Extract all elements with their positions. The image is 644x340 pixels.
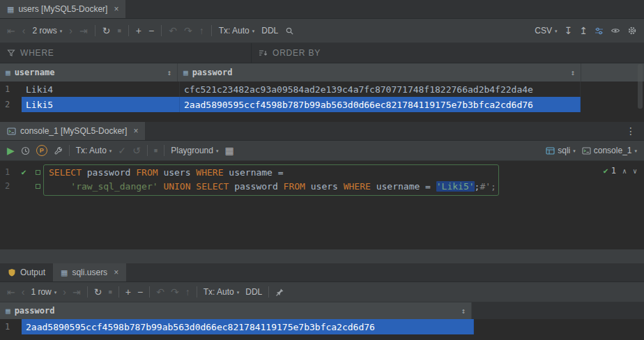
page-size-dropdown[interactable]: 1 row ▾ xyxy=(31,287,56,297)
extractor-dropdown[interactable]: CSV ▾ xyxy=(535,26,557,36)
where-filter-field[interactable]: WHERE xyxy=(0,48,251,58)
last-page-button[interactable]: ⇥ xyxy=(79,26,88,36)
tab-output[interactable]: Output xyxy=(0,263,53,281)
redo-button[interactable]: ↷ xyxy=(171,287,179,297)
revert-changes-button[interactable]: ↶ xyxy=(156,287,164,297)
table-row-selected[interactable]: 2 Liki5 2aad5890595ccf4598b787b99ab563d0… xyxy=(0,97,644,112)
toolbar-separator xyxy=(147,145,148,156)
cell-username[interactable]: Liki5 xyxy=(22,97,180,112)
next-page-button[interactable]: › xyxy=(63,287,66,297)
schema-dropdown[interactable]: sqli ▾ xyxy=(546,146,576,155)
last-page-button[interactable]: ⇥ xyxy=(72,287,81,297)
column-header-password[interactable]: ▦ password ↕ xyxy=(0,302,472,319)
previous-page-button[interactable]: ‹ xyxy=(22,26,26,36)
gear-icon[interactable] xyxy=(627,26,637,36)
wrench-icon[interactable] xyxy=(54,146,63,155)
submit-button[interactable]: ↑ xyxy=(185,287,190,297)
order-by-field[interactable]: ORDER BY xyxy=(252,48,328,58)
toolbar-separator xyxy=(118,286,119,298)
statement-marker xyxy=(36,170,40,175)
tab-sqli-users[interactable]: ▦ sqli.users × xyxy=(53,263,126,281)
ddl-button[interactable]: DDL xyxy=(245,287,262,297)
sort-toggle-icon[interactable]: ↕ xyxy=(167,68,171,77)
commit-button[interactable]: ✓ xyxy=(118,146,126,155)
first-page-button[interactable]: ⇤ xyxy=(7,287,15,297)
sql-editor[interactable]: 1 ✔ SELECT password FROM users WHERE use… xyxy=(0,161,644,249)
reload-data-button[interactable]: ↻ xyxy=(102,26,111,36)
cell-password[interactable]: 2aad5890595ccf4598b787b99ab563d0d66ec821… xyxy=(180,97,581,112)
sql-line-2[interactable]: 'raw_sql_danger' UNION SELECT password F… xyxy=(43,181,496,192)
panel-splitter[interactable] xyxy=(0,249,644,263)
sql-token: #'; xyxy=(480,181,496,192)
tab-bar-filler xyxy=(145,122,618,140)
submit-button[interactable]: ↑ xyxy=(199,26,204,36)
first-page-button[interactable]: ⇤ xyxy=(7,26,15,36)
column-header-password[interactable]: ▦ password ↕ xyxy=(178,63,581,82)
stop-button[interactable]: ■ xyxy=(117,28,121,34)
ddl-button[interactable]: DDL xyxy=(261,26,278,36)
close-icon[interactable]: × xyxy=(114,268,118,277)
session-label: console_1 xyxy=(594,146,632,155)
column-header-username[interactable]: ▦ username ↕ xyxy=(0,63,178,82)
toolbar-separator xyxy=(87,286,88,298)
search-icon[interactable] xyxy=(285,26,294,36)
tx-mode-label: Tx: Auto xyxy=(204,287,234,297)
import-data-icon[interactable]: ↥ xyxy=(579,26,588,36)
tx-mode-dropdown[interactable]: Tx: Auto ▾ xyxy=(204,287,240,297)
add-row-button[interactable]: + xyxy=(125,287,131,297)
cell-username[interactable]: Liki4 xyxy=(22,82,180,97)
tab-users-table[interactable]: ▦ users [MySQL5-Docker] × xyxy=(0,0,125,18)
stop-button[interactable]: ■ xyxy=(108,289,112,295)
more-options-icon[interactable]: ⋮ xyxy=(618,122,644,140)
rollback-button[interactable]: ↺ xyxy=(132,146,141,155)
revert-changes-button[interactable]: ↶ xyxy=(169,26,177,36)
tab-console[interactable]: console_1 [MySQL5-Docker] × xyxy=(0,122,145,140)
column-label: password xyxy=(192,68,233,77)
editor-line[interactable]: 1 ✔ SELECT password FROM users WHERE use… xyxy=(0,165,644,179)
console-tab-bar: console_1 [MySQL5-Docker] × ⋮ xyxy=(0,122,644,141)
delete-row-button[interactable]: − xyxy=(137,287,143,297)
history-clock-icon[interactable] xyxy=(21,146,30,155)
delete-row-button[interactable]: − xyxy=(148,26,154,36)
sql-token: FROM xyxy=(136,167,158,178)
chevron-up-icon[interactable]: ∧ xyxy=(622,167,627,175)
close-icon[interactable]: × xyxy=(133,126,138,136)
sort-toggle-icon[interactable]: ↕ xyxy=(461,307,466,316)
stop-button[interactable]: ■ xyxy=(154,148,158,154)
statement-marker xyxy=(36,184,40,189)
table-row[interactable]: 1 Liki4 cfc521c23482ac93a09584ad2e139c4a… xyxy=(0,82,644,97)
eye-icon[interactable] xyxy=(611,26,620,35)
tx-mode-dropdown[interactable]: Tx: Auto ▾ xyxy=(219,26,255,36)
sql-token: WHERE xyxy=(344,181,371,192)
close-icon[interactable]: × xyxy=(114,4,118,14)
sql-line-1[interactable]: SELECT password FROM users WHERE usernam… xyxy=(43,167,284,178)
sql-token: SELECT xyxy=(196,181,229,192)
cell-password[interactable]: 2aad5890595ccf4598b787b99ab563d0d66ec821… xyxy=(22,319,474,334)
reload-data-button[interactable]: ↻ xyxy=(94,287,102,297)
editor-line[interactable]: 2 'raw_sql_danger' UNION SELECT password… xyxy=(0,179,644,193)
tab-label: Output xyxy=(20,268,45,277)
next-page-button[interactable]: › xyxy=(69,26,72,36)
extractor-settings-icon[interactable] xyxy=(595,26,604,36)
toolbar-separator xyxy=(149,286,150,298)
sort-toggle-icon[interactable]: ↕ xyxy=(570,68,575,77)
chevron-down-icon[interactable]: ∨ xyxy=(633,167,637,175)
previous-page-button[interactable]: ‹ xyxy=(22,287,25,297)
console-icon xyxy=(582,146,591,155)
run-button[interactable]: ▶ xyxy=(7,146,15,155)
add-row-button[interactable]: + xyxy=(136,26,141,36)
result-count: 1 xyxy=(611,166,616,176)
tab-label: sqli.users xyxy=(72,268,107,277)
cell-password[interactable]: cfc521c23482ac93a09584ad2e139c4a7fc87077… xyxy=(180,82,581,97)
playground-dropdown[interactable]: Playground ▾ xyxy=(171,146,218,155)
session-dropdown[interactable]: console_1 ▾ xyxy=(582,146,637,155)
browse-tables-icon[interactable]: ▦ xyxy=(224,146,233,155)
vertical-scrollbar[interactable] xyxy=(638,64,643,109)
export-data-icon[interactable]: ↧ xyxy=(565,26,573,36)
pin-tab-icon[interactable] xyxy=(275,288,284,297)
results-row-selected[interactable]: 1 2aad5890595ccf4598b787b99ab563d0d66ec8… xyxy=(0,319,644,334)
redo-button[interactable]: ↷ xyxy=(184,26,192,36)
tx-mode-dropdown[interactable]: Tx: Auto ▾ xyxy=(76,146,112,155)
parameters-icon[interactable]: P xyxy=(36,145,47,156)
page-size-dropdown[interactable]: 2 rows ▾ xyxy=(32,26,62,36)
